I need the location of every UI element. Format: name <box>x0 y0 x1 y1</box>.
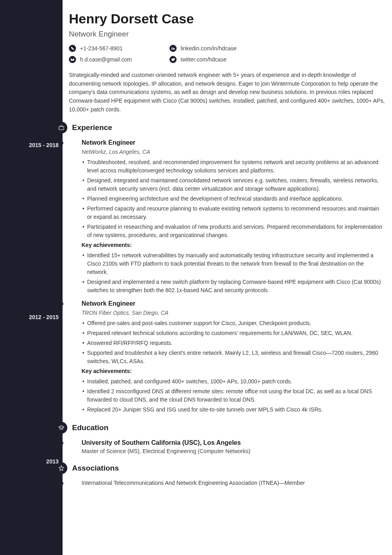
list-item: Offered pre-sales and post-sales custome… <box>82 319 386 327</box>
svg-rect-2 <box>59 127 64 130</box>
linkedin-text: linkedin.com/in/hdcase <box>181 45 237 52</box>
experience-timeline: Network Engineer NetWorkz, Los Angeles, … <box>69 139 386 414</box>
school-name: University of Southern California (USC),… <box>82 439 386 446</box>
contacts-grid: +1-234-567-8901 linkedin.com/in/hdcase h… <box>69 45 386 63</box>
associations-section: Associations International Telecommunica… <box>69 462 386 486</box>
list-item: Prepared relevant technical solutions ac… <box>82 329 386 337</box>
list-item: Troubleshooted, resolved, and recommende… <box>82 158 386 175</box>
list-item: Participated in researching and evaluati… <box>82 223 386 239</box>
contact-phone: +1-234-567-8901 <box>69 45 168 52</box>
contact-twitter: twitter.com/hdcase <box>169 56 268 63</box>
list-item: Designed and implemented a new switch pl… <box>82 278 386 295</box>
list-item: Supported and troubleshot a key client's… <box>82 349 386 366</box>
timeline-dot <box>60 141 63 145</box>
contact-linkedin: linkedin.com/in/hdcase <box>169 45 268 52</box>
timeline-dot <box>60 441 63 445</box>
briefcase-icon <box>55 122 67 134</box>
list-item: Planned engineering architecture and the… <box>82 195 386 203</box>
timeline-line <box>61 139 62 414</box>
achievements-list: Identified 15+ network vulnerabilities b… <box>82 251 386 295</box>
email-icon <box>69 56 76 63</box>
phone-icon <box>69 45 76 52</box>
duties-list: Troubleshooted, resolved, and recommende… <box>82 158 386 239</box>
education-section: Education University of Southern Califor… <box>69 422 386 454</box>
associations-heading: Associations <box>72 464 119 473</box>
list-item: Designed, integrated and maintained cons… <box>82 176 386 193</box>
role-title: Network Engineer <box>82 139 386 146</box>
company-location: TRON Fiber Optics, San Diego, CA <box>82 310 386 316</box>
experience-heading: Experience <box>72 123 112 132</box>
date-range-exp-0: 2015 - 2018 <box>29 142 59 151</box>
sidebar-dates-column: 2015 - 2018 2012 - 2015 2013 <box>0 0 63 468</box>
sidebar: 2015 - 2018 2012 - 2015 2013 <box>0 0 63 555</box>
twitter-text: twitter.com/hdcase <box>181 56 226 63</box>
experience-entry-0: Network Engineer NetWorkz, Los Angeles, … <box>69 139 386 295</box>
main-content: Henry Dorsett Case Network Engineer +1-2… <box>63 0 392 555</box>
association-entry: International Telecommunications And Net… <box>69 480 386 486</box>
experience-section: Experience Network Engineer NetWorkz, Lo… <box>69 122 386 414</box>
svg-point-1 <box>171 47 172 48</box>
degree-text: Master of Science (MS), Electrical Engin… <box>82 448 386 454</box>
list-item: Identified 2 misconfigured DNS at differ… <box>82 387 386 404</box>
timeline-dot <box>60 482 63 485</box>
candidate-title: Network Engineer <box>69 30 386 38</box>
list-item: Performed capacity and resource planning… <box>82 205 386 221</box>
education-entry-0: University of Southern California (USC),… <box>69 439 386 454</box>
date-range-exp-1: 2012 - 2015 <box>29 314 59 323</box>
list-item: Replaced 20+ Juniper SSG and ISG used fo… <box>82 406 386 414</box>
resume-page: 2015 - 2018 2012 - 2015 2013 Henry Dorse… <box>0 0 392 555</box>
email-text: h.d.case@gmail.com <box>80 56 132 63</box>
association-text: International Telecommunications And Net… <box>82 480 305 486</box>
education-heading: Education <box>72 423 108 432</box>
company-location: NetWorkz, Los Angeles, CA <box>82 149 386 155</box>
education-timeline: University of Southern California (USC),… <box>69 439 386 454</box>
twitter-icon <box>169 56 177 63</box>
graduation-cap-icon <box>55 422 67 434</box>
list-item: Installed, patched, and configured 400+ … <box>82 377 386 386</box>
role-title: Network Engineer <box>82 300 386 307</box>
contact-email: h.d.case@gmail.com <box>69 56 168 63</box>
key-achievements-label: Key achievements: <box>82 368 386 374</box>
list-item: Identified 15+ network vulnerabilities b… <box>82 251 386 276</box>
candidate-name: Henry Dorsett Case <box>69 11 386 27</box>
phone-text: +1-234-567-8901 <box>80 45 123 52</box>
summary-paragraph: Strategically-minded and customer-orient… <box>69 71 386 114</box>
star-icon <box>55 462 67 474</box>
svg-rect-0 <box>171 48 172 50</box>
achievements-list: Installed, patched, and configured 400+ … <box>82 377 386 414</box>
timeline-dot <box>60 302 63 306</box>
linkedin-icon <box>169 45 177 52</box>
duties-list: Offered pre-sales and post-sales custome… <box>82 319 386 366</box>
key-achievements-label: Key achievements: <box>82 242 386 248</box>
list-item: Answered RFI/RFP/RFQ requests. <box>82 339 386 347</box>
experience-entry-1: Network Engineer TRON Fiber Optics, San … <box>69 300 386 414</box>
